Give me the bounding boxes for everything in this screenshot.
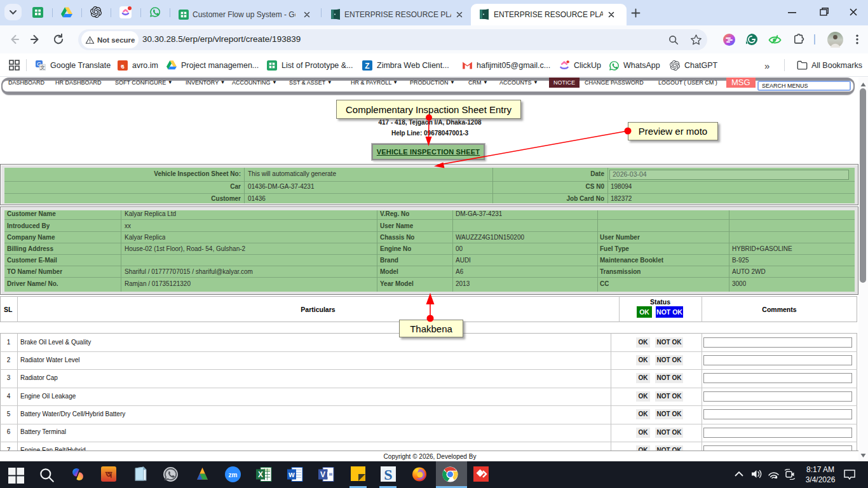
- svg-text:X: X: [258, 470, 263, 479]
- svg-text:zm: zm: [229, 471, 238, 478]
- svg-text:S: S: [384, 466, 392, 482]
- svg-text:ঙ: ঙ: [120, 62, 125, 70]
- svg-text:V: V: [320, 470, 325, 479]
- svg-text:w: w: [288, 470, 295, 479]
- svg-text:Z: Z: [365, 62, 369, 71]
- svg-text:অ: অ: [105, 469, 112, 480]
- svg-text:文: 文: [40, 65, 45, 71]
